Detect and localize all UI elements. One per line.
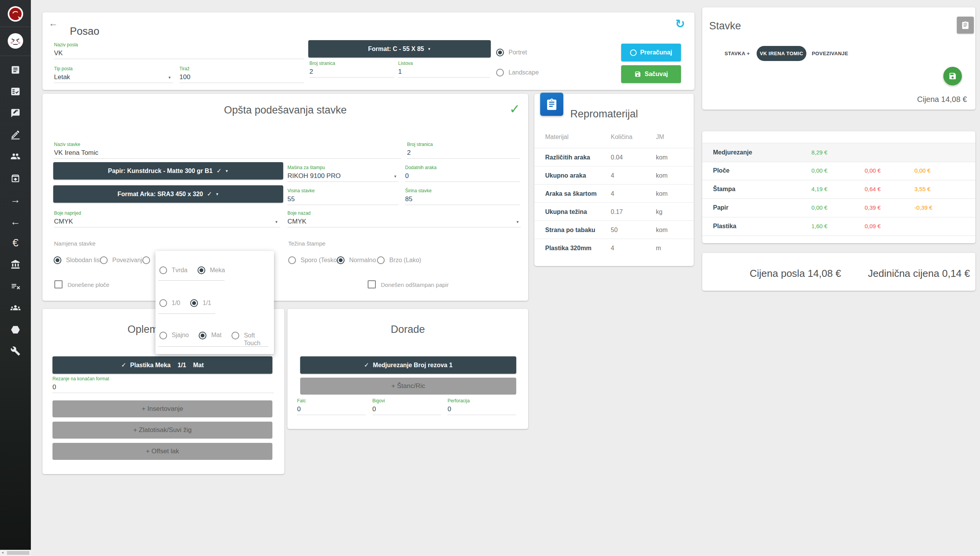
povezivanje-label: Povezivanje: [112, 257, 145, 264]
user-avatar[interactable]: [8, 33, 23, 49]
medjurezanje-button[interactable]: ✓ Medjurezanje Broj rezova 1: [300, 356, 516, 374]
cell-jm: kom: [656, 166, 667, 185]
slobodan-list-radio[interactable]: [54, 256, 61, 264]
zlatotisak-label: + Zlatotisak/Suvi žig: [133, 426, 192, 434]
format-dropdown-button[interactable]: Format: C - 55 X 85 ▼: [308, 40, 491, 58]
tezina-option-brzo[interactable]: Brzo (Lako): [377, 256, 421, 264]
clipboard-button[interactable]: [957, 17, 974, 34]
back-button[interactable]: ←: [49, 18, 59, 29]
sporo-radio[interactable]: [288, 256, 296, 264]
sidebar-divider: [0, 56, 31, 56]
brzo-radio[interactable]: [377, 256, 385, 264]
price-row-plastika: Plastika 1,60 € 0,09 €: [702, 217, 975, 236]
portret-radio[interactable]: [496, 49, 504, 56]
broj-stranica-field[interactable]: Broj stranica 2: [309, 60, 394, 78]
papir-dropdown-button[interactable]: Papir: Kunstdruck - Matte 300 gr B1 ✓ ▼: [53, 162, 283, 180]
refresh-icon[interactable]: ↻: [675, 17, 685, 31]
wrench-icon[interactable]: [10, 346, 20, 356]
masina-select[interactable]: Mašina za štampu RIKOH 9100 PRO ▼: [287, 164, 399, 182]
euro-icon[interactable]: €: [10, 238, 20, 248]
cell-materijal: Araka sa škartom: [545, 185, 596, 203]
insertovanje-button[interactable]: + Insertovanje: [52, 400, 272, 417]
rezanje-field[interactable]: Rezanje na konačan format 0: [52, 376, 274, 393]
landscape-radio-row[interactable]: Landscape: [496, 68, 539, 77]
boje-nazad-select[interactable]: Boje nazad CMYK ▼: [287, 210, 521, 227]
document-icon[interactable]: [10, 65, 20, 75]
arrow-left-icon[interactable]: ←: [10, 217, 20, 227]
hexagon-icon[interactable]: [10, 325, 20, 335]
plastika-button[interactable]: ✓ Plastika Meka 1/1 Mat: [52, 356, 272, 374]
preracunaj-button[interactable]: Preračunaj: [621, 44, 681, 61]
sacuvaj-button[interactable]: Sačuvaj: [621, 65, 681, 83]
cell-materijal: Ukupno araka: [545, 166, 586, 185]
namjena-option-slobodan-list[interactable]: Slobodan list: [54, 256, 101, 264]
namjena-option-povezivanje[interactable]: Povezivanje: [100, 256, 145, 264]
normalno-radio[interactable]: [337, 256, 345, 264]
tezina-option-sporo[interactable]: Sporo (Tesko): [288, 256, 339, 264]
bigovi-field[interactable]: Bigovi 0: [372, 398, 441, 415]
archive-icon[interactable]: [10, 173, 20, 183]
visina-stavke-field[interactable]: Visina stavke 55: [287, 188, 399, 205]
bigovi-value: 0: [372, 405, 441, 413]
note-edit-icon[interactable]: [10, 108, 20, 118]
tab-stavka-plus[interactable]: STAVKA +: [725, 51, 750, 56]
offset-lak-button[interactable]: + Offset lak: [52, 443, 272, 460]
horizontal-scrollbar[interactable]: ◂: [0, 550, 31, 556]
broj-stranica-stavke-field[interactable]: Broj stranica 2: [407, 141, 520, 159]
donesen-papir-checkbox[interactable]: [368, 280, 376, 288]
falc-field[interactable]: Falc 0: [297, 398, 366, 415]
tab-povezivanje[interactable]: POVEZIVANJE: [812, 51, 848, 56]
zlatotisak-button[interactable]: + Zlatotisak/Suvi žig: [52, 422, 272, 439]
dodatnih-araka-field[interactable]: Dodatnih araka 0: [405, 164, 520, 182]
landscape-label: Landscape: [509, 69, 539, 76]
tvrda-radio[interactable]: [159, 266, 167, 274]
soft-touch-radio[interactable]: [231, 332, 239, 339]
group-icon[interactable]: [10, 303, 20, 313]
people-icon[interactable]: [10, 151, 20, 161]
tip-posla-select[interactable]: Tip posla Letak ▼: [54, 66, 173, 83]
listova-field[interactable]: Listova 1: [398, 60, 490, 78]
check-glyph: ✓: [509, 102, 520, 116]
cell-materijal: Ukupna težina: [545, 203, 587, 221]
donesene-ploce-checkbox[interactable]: [54, 280, 63, 288]
mat-radio[interactable]: [199, 332, 206, 339]
popup-divider: [158, 280, 225, 281]
one-zero-radio[interactable]: [159, 299, 167, 307]
tab-vk-irena-tomic[interactable]: VK IRENA TOMIC: [757, 46, 806, 61]
refresh-glyph: ↻: [675, 17, 685, 30]
pencil-icon[interactable]: [10, 129, 20, 139]
rezanje-label: Rezanje na konačan format: [52, 376, 274, 382]
tezina-option-normalno[interactable]: Normalno: [337, 256, 376, 264]
sirina-stavke-field[interactable]: Širina stavke 85: [405, 188, 520, 205]
portret-radio-row[interactable]: Portret: [496, 48, 527, 57]
tiraz-field[interactable]: Tiraž 100: [179, 66, 304, 83]
landscape-radio[interactable]: [496, 69, 504, 76]
perforacija-label: Perforacija: [448, 398, 516, 404]
meka-radio[interactable]: [198, 266, 205, 274]
bigovi-label: Bigovi: [372, 398, 441, 404]
bank-icon[interactable]: [10, 259, 20, 270]
arrow-right-icon[interactable]: →: [10, 195, 20, 205]
save-item-button[interactable]: [943, 67, 962, 85]
plastifikacija-popup: Tvrda Meka 1/0 1/1 Sjajno Mat Soft Touch: [155, 251, 274, 354]
boje-naprijed-select[interactable]: Boje naprijed CMYK ▼: [54, 210, 280, 227]
stanc-ric-button[interactable]: + Štanc/Ric: [300, 378, 516, 395]
cell-kolicina: 4: [611, 185, 614, 203]
price-red: 0,09 €: [865, 217, 881, 236]
sjajno-radio[interactable]: [159, 332, 167, 339]
one-one-radio[interactable]: [190, 299, 198, 307]
namjena-option-3-radio[interactable]: [142, 256, 150, 264]
povezivanje-radio[interactable]: [100, 256, 108, 264]
list-check-icon[interactable]: [10, 86, 20, 97]
table-row: Strana po tabaku 50 kom: [534, 220, 694, 239]
naziv-posla-field[interactable]: Naziv posla VK: [54, 42, 304, 59]
scrollbar-thumb[interactable]: [7, 551, 29, 555]
namjena-option-3[interactable]: [142, 256, 150, 264]
naziv-stavke-field[interactable]: Naziv stavke VK Irena Tomic: [54, 141, 401, 159]
format-arka-dropdown-button[interactable]: Format Arka: SRA3 450 x 320 ✓ ▼: [53, 185, 283, 203]
list-remove-icon[interactable]: [10, 281, 20, 292]
perforacija-field[interactable]: Perforacija 0: [448, 398, 516, 415]
app-logo[interactable]: [8, 6, 23, 22]
cijena-text: Cijena 14,08 €: [880, 95, 967, 104]
scroll-left-arrow-icon[interactable]: ◂: [2, 550, 3, 554]
